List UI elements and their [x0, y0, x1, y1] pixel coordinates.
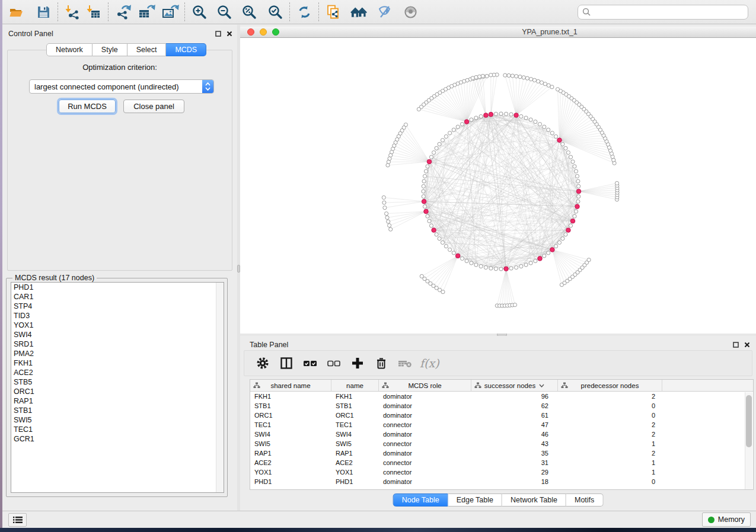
- export-image-icon[interactable]: [161, 3, 179, 21]
- mcds-result-item[interactable]: ACE2: [11, 368, 224, 377]
- hide-details-icon[interactable]: [375, 3, 393, 21]
- create-column-plus-icon[interactable]: [347, 354, 368, 373]
- table-row[interactable]: PHD1PHD1dominator180: [250, 477, 753, 486]
- zoom-fit-icon[interactable]: [240, 3, 258, 21]
- select-all-columns-icon[interactable]: [300, 354, 320, 373]
- tab-network[interactable]: Network: [46, 43, 92, 56]
- show-columns-icon[interactable]: [276, 354, 296, 373]
- column-label: successor nodes: [484, 382, 535, 389]
- column-header-shared-name[interactable]: shared name: [250, 380, 331, 391]
- maximize-window-icon[interactable]: [272, 28, 279, 36]
- mcds-result-item[interactable]: FKH1: [11, 358, 224, 368]
- import-table-icon[interactable]: [85, 3, 103, 21]
- mcds-result-item[interactable]: PMA2: [11, 349, 224, 358]
- network-canvas[interactable]: [240, 38, 756, 334]
- cell-shared-name: FKH1: [250, 392, 331, 401]
- run-mcds-button[interactable]: Run MCDS: [59, 100, 116, 113]
- network-overview-icon[interactable]: [350, 3, 368, 21]
- table-row[interactable]: FKH1FKH1dominator962: [250, 392, 753, 401]
- zoom-out-icon[interactable]: [215, 3, 233, 21]
- tab-network-table[interactable]: Network Table: [502, 493, 566, 507]
- float-panel-icon[interactable]: [215, 31, 221, 37]
- leaf-node: [513, 303, 516, 307]
- table-row[interactable]: STB1STB1dominator620: [250, 401, 753, 411]
- save-session-icon[interactable]: [34, 3, 52, 21]
- mcds-result-item[interactable]: YOX1: [11, 321, 224, 330]
- close-window-icon[interactable]: [247, 28, 254, 36]
- tab-motifs[interactable]: Motifs: [566, 493, 603, 507]
- status-bar: Memory: [2, 511, 756, 528]
- network-graph[interactable]: [240, 38, 756, 334]
- unselect-all-columns-icon[interactable]: [324, 354, 344, 373]
- leaf-node: [388, 224, 391, 227]
- ring-node: [577, 195, 580, 198]
- ring-node: [519, 114, 523, 118]
- table-row[interactable]: TEC1TEC1connector472: [250, 420, 753, 430]
- leaf-node: [547, 84, 550, 87]
- minimize-window-icon[interactable]: [260, 28, 267, 36]
- mcds-result-item[interactable]: ORC1: [11, 387, 224, 396]
- mcds-result-item[interactable]: SWI5: [11, 415, 224, 425]
- float-panel-icon[interactable]: [733, 342, 739, 348]
- tab-select[interactable]: Select: [127, 43, 167, 56]
- open-file-icon[interactable]: [7, 3, 25, 21]
- tab-mcds[interactable]: MCDS: [166, 43, 206, 56]
- table-row[interactable]: ACE2ACE2connector311: [250, 458, 753, 467]
- table-row[interactable]: RAP1RAP1dominator352: [250, 448, 753, 458]
- mcds-result-list[interactable]: PHD1CAR1STP4TID3YOX1SWI4SRD1PMA2FKH1ACE2…: [11, 282, 224, 493]
- mcds-result-item[interactable]: STB1: [11, 406, 224, 415]
- table-panel-title: Table Panel: [250, 341, 288, 349]
- search-box[interactable]: [578, 5, 748, 20]
- scrollbar-thumb[interactable]: [746, 395, 752, 447]
- leaf-node: [540, 81, 543, 84]
- refresh-layout-icon[interactable]: [295, 3, 313, 21]
- column-header-predecessor-nodes[interactable]: predecessor nodes: [558, 380, 662, 391]
- table-settings-gear-icon[interactable]: [253, 354, 273, 373]
- cell-filler: [662, 467, 753, 477]
- search-input[interactable]: [594, 6, 744, 18]
- mcds-result-item[interactable]: TID3: [11, 311, 224, 321]
- table-row[interactable]: ORC1ORC1dominator610: [250, 411, 753, 420]
- export-network-icon[interactable]: [114, 3, 132, 21]
- screen: Control Panel NetworkStyleSelectMCDS Opt…: [0, 0, 756, 532]
- tab-node-table[interactable]: Node Table: [393, 493, 448, 507]
- column-header-MCDS-role[interactable]: MCDS role: [379, 380, 471, 391]
- mcds-result-item[interactable]: STB5: [11, 377, 224, 387]
- table-scrollbar[interactable]: [745, 392, 752, 489]
- close-panel-icon[interactable]: [227, 31, 232, 37]
- tab-edge-table[interactable]: Edge Table: [448, 493, 502, 507]
- export-table-icon[interactable]: [138, 3, 155, 21]
- mcds-result-item[interactable]: SRD1: [11, 339, 224, 349]
- mcds-hub-node: [489, 112, 493, 117]
- mcds-result-item[interactable]: STP4: [11, 302, 224, 311]
- tab-style[interactable]: Style: [92, 43, 127, 56]
- show-details-icon[interactable]: [401, 3, 419, 21]
- delete-column-trash-icon[interactable]: [371, 354, 391, 373]
- memory-button[interactable]: Memory: [702, 512, 751, 527]
- zoom-in-icon[interactable]: [190, 3, 208, 21]
- task-history-button[interactable]: [8, 513, 27, 527]
- close-panel-icon[interactable]: [744, 342, 750, 348]
- clone-network-icon[interactable]: [324, 3, 342, 21]
- mcds-result-item[interactable]: SWI4: [11, 330, 224, 339]
- column-header-successor-nodes[interactable]: successor nodes: [471, 380, 558, 391]
- mcds-result-item[interactable]: TEC1: [11, 425, 224, 434]
- table-row[interactable]: YOX1YOX1connector291: [250, 467, 753, 477]
- table-row[interactable]: SWI4SWI4dominator462: [250, 430, 753, 439]
- network-window-titlebar[interactable]: YPA_prune.txt_1: [240, 27, 756, 38]
- mcds-result-item[interactable]: PHD1: [11, 283, 224, 292]
- close-panel-button[interactable]: Close panel: [123, 100, 184, 113]
- column-header-name[interactable]: name: [331, 380, 379, 391]
- ring-node: [423, 174, 426, 178]
- mcds-result-item[interactable]: GCR1: [11, 434, 224, 444]
- table-row[interactable]: SWI5SWI5connector431: [250, 439, 753, 448]
- import-network-icon[interactable]: [63, 3, 81, 21]
- mcds-result-item[interactable]: CAR1: [11, 292, 224, 302]
- ring-node: [494, 267, 497, 271]
- cell-MCDS-role: connector: [379, 420, 471, 430]
- mcds-result-item[interactable]: RAP1: [11, 396, 224, 406]
- optimization-criterion-select[interactable]: largest connected component (undirected): [29, 79, 214, 94]
- zoom-selected-icon[interactable]: [266, 3, 284, 21]
- mcds-list-scrollbar[interactable]: [216, 283, 224, 492]
- ring-node: [574, 210, 578, 213]
